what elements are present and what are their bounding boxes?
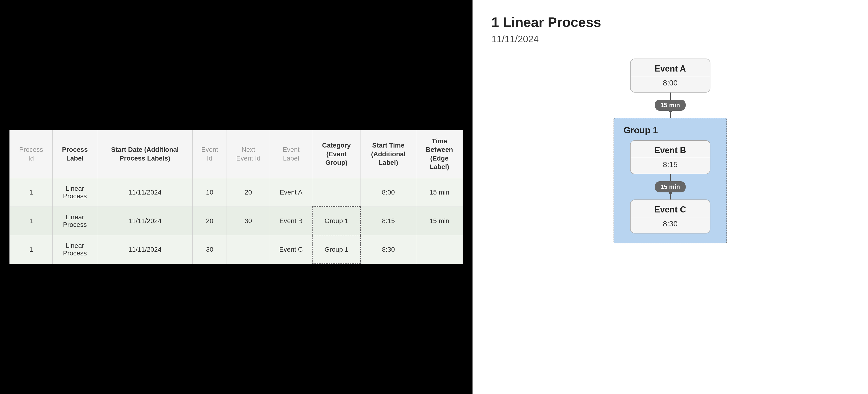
cell-event-label: Event C <box>270 235 312 264</box>
event-node-a: Event A 8:00 <box>630 59 710 93</box>
arrow-segment-top <box>670 93 671 100</box>
time-badge-1: 15 min <box>655 100 686 111</box>
cell-event-id: 10 <box>192 178 227 206</box>
cell-process-label: LinearProcess <box>53 206 97 235</box>
col-header-category: Category(EventGroup) <box>312 130 361 178</box>
process-date: 11/11/2024 <box>491 34 539 44</box>
cell-process-id: 1 <box>10 206 53 235</box>
col-header-process-label: ProcessLabel <box>53 130 97 178</box>
cell-start-time: 8:15 <box>361 206 416 235</box>
cell-start-date: 11/11/2024 <box>97 178 192 206</box>
event-node-b: Event B 8:15 <box>630 140 710 174</box>
time-badge-2: 15 min <box>655 181 686 192</box>
table-row: 1 LinearProcess 11/11/2024 30 Event C Gr… <box>10 235 463 264</box>
arrow-segment-bottom-2 <box>670 192 671 199</box>
arrow-segment-bottom <box>670 111 671 118</box>
cell-time-between: 15 min <box>416 178 463 206</box>
table-row: 1 LinearProcess 11/11/2024 20 30 Event B… <box>10 206 463 235</box>
cell-start-time: 8:00 <box>361 178 416 206</box>
event-node-c: Event C 8:30 <box>630 199 710 233</box>
event-c-time: 8:30 <box>630 217 710 233</box>
event-a-time: 8:00 <box>630 76 710 92</box>
arrow-badge-2: 15 min <box>655 174 686 199</box>
arrow-segment-top-2 <box>670 174 671 181</box>
table-wrapper: ProcessId ProcessLabel Start Date (Addit… <box>9 130 463 264</box>
cell-event-label: Event B <box>270 206 312 235</box>
cell-process-label: LinearProcess <box>53 235 97 264</box>
cell-next-event-id: 30 <box>227 206 270 235</box>
cell-start-date: 11/11/2024 <box>97 206 192 235</box>
left-panel: ProcessId ProcessLabel Start Date (Addit… <box>0 0 472 394</box>
cell-process-label: LinearProcess <box>53 178 97 206</box>
right-panel: 1 Linear Process 11/11/2024 Event A 8:00… <box>472 0 868 394</box>
cell-time-between <box>416 235 463 264</box>
cell-process-id: 1 <box>10 235 53 264</box>
event-a-name: Event A <box>630 59 710 76</box>
group-container-1: Group 1 Event B 8:15 15 min Event C 8:30 <box>614 118 727 243</box>
arrow-badge-1: 15 min <box>655 93 686 118</box>
cell-process-id: 1 <box>10 178 53 206</box>
col-header-event-id: EventId <box>192 130 227 178</box>
col-header-process-id: ProcessId <box>10 130 53 178</box>
cell-start-time: 8:30 <box>361 235 416 264</box>
cell-event-id: 20 <box>192 206 227 235</box>
col-header-time-between: TimeBetween(EdgeLabel) <box>416 130 463 178</box>
col-header-next-event-id: NextEvent Id <box>227 130 270 178</box>
cell-next-event-id <box>227 235 270 264</box>
col-header-start-time: Start Time(AdditionalLabel) <box>361 130 416 178</box>
group-label: Group 1 <box>623 125 658 135</box>
col-header-start-date: Start Date (AdditionalProcess Labels) <box>97 130 192 178</box>
process-diagram: Event A 8:00 15 min Group 1 Event B 8:15… <box>491 59 849 243</box>
cell-time-between: 15 min <box>416 206 463 235</box>
cell-category-dashed: Group 1 <box>312 206 361 235</box>
cell-event-label: Event A <box>270 178 312 206</box>
col-header-event-label: EventLabel <box>270 130 312 178</box>
cell-category <box>312 178 361 206</box>
data-table: ProcessId ProcessLabel Start Date (Addit… <box>10 130 463 264</box>
table-row: 1 LinearProcess 11/11/2024 10 20 Event A… <box>10 178 463 206</box>
cell-category-dashed: Group 1 <box>312 235 361 264</box>
event-c-name: Event C <box>630 200 710 217</box>
cell-event-id: 30 <box>192 235 227 264</box>
event-b-name: Event B <box>630 141 710 158</box>
event-b-time: 8:15 <box>630 158 710 174</box>
cell-next-event-id: 20 <box>227 178 270 206</box>
process-title: 1 Linear Process <box>491 14 601 30</box>
cell-start-date: 11/11/2024 <box>97 235 192 264</box>
